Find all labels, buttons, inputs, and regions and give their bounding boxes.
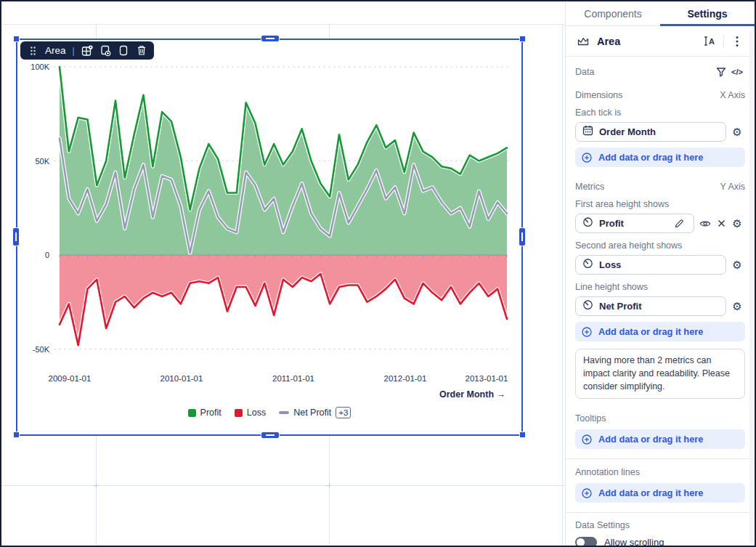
legend-item[interactable]: Loss (235, 408, 266, 418)
svg-text:0: 0 (45, 251, 49, 259)
panel-scrollbar[interactable] (749, 31, 754, 543)
gear-icon[interactable]: ⚙ (729, 299, 745, 315)
duplicate-icon[interactable] (99, 45, 111, 57)
metric-field-row: Loss ⚙ (575, 255, 745, 275)
svg-text:2010-01-01: 2010-01-01 (160, 374, 203, 383)
data-settings-label: Data Settings (575, 520, 745, 530)
metric-field-value: Loss (599, 259, 719, 270)
section-divider (566, 458, 755, 459)
settings-panel: Components Settings Area A (565, 1, 755, 546)
legend-label: Net Profit (293, 408, 331, 418)
legend-overflow-badge[interactable]: +3 (336, 407, 351, 418)
resize-handle-top-right[interactable] (519, 36, 526, 42)
add-metric-button[interactable]: Add data or drag it here (575, 322, 745, 341)
loss-field[interactable]: Loss (575, 255, 726, 275)
allow-scrolling-label: Allow scrolling (604, 537, 664, 547)
legend-label: Loss (247, 408, 266, 418)
gear-icon[interactable]: ⚙ (729, 124, 745, 140)
plus-circle-icon (582, 327, 592, 337)
section-divider (566, 512, 755, 513)
svg-text:-50K: -50K (33, 345, 50, 354)
tooltips-label: Tooltips (575, 413, 745, 424)
dimension-field-row: Order Month ⚙ (575, 122, 745, 142)
kebab-menu-icon[interactable] (729, 33, 745, 49)
chart-legend: ProfitLossNet Profit+3 (17, 407, 521, 418)
canvas-grid-intersection (327, 483, 332, 488)
resize-handle-top-left[interactable] (13, 36, 20, 42)
area-chart-type-icon (575, 33, 591, 49)
each-tick-label: Each tick is (575, 108, 745, 118)
tab-settings[interactable]: Settings (660, 1, 755, 25)
copy-icon[interactable] (118, 45, 129, 57)
metrics-warning-note: Having more than 2 metrics can impact cl… (575, 349, 745, 399)
resize-handle-bottom-left[interactable] (13, 431, 20, 438)
svg-text:A: A (709, 37, 715, 46)
calendar-icon (582, 125, 593, 139)
tab-components[interactable]: Components (566, 1, 660, 25)
data-section-row: Data </> (575, 64, 745, 80)
canvas-grid-line (1, 24, 565, 25)
order-month-field[interactable]: Order Month (575, 122, 726, 142)
svg-text:2009-01-01: 2009-01-01 (49, 374, 92, 383)
header-divider (723, 36, 724, 47)
legend-item[interactable]: Net Profit (279, 408, 331, 418)
x-axis-title: Order Month → (439, 389, 505, 400)
y-axis-tag: Y Axis (720, 182, 745, 192)
add-annotation-button[interactable]: Add data or drag it here (575, 483, 745, 503)
allow-scrolling-toggle[interactable] (575, 537, 597, 547)
profit-field[interactable]: Profit (575, 214, 694, 233)
gauge-icon (582, 216, 593, 230)
metric-slot-label: Line height shows (575, 282, 745, 292)
plus-circle-icon (582, 153, 592, 163)
legend-swatch (188, 409, 196, 417)
metric-slot-label: First area height shows (575, 199, 745, 209)
metric-field-row: Profit (575, 214, 745, 233)
data-section-label: Data (575, 67, 713, 77)
metric-field-row: Net Profit ⚙ (575, 296, 745, 316)
panel-title: Area (597, 36, 702, 47)
metrics-header: Metrics Y Axis (575, 182, 745, 192)
legend-swatch (235, 409, 243, 417)
gear-icon[interactable]: ⚙ (729, 257, 745, 273)
resize-handle-bottom-right[interactable] (519, 431, 526, 438)
resize-handle-bottom[interactable] (261, 431, 280, 439)
svg-text:100K: 100K (31, 62, 49, 71)
resize-handle-left[interactable] (12, 227, 20, 246)
svg-text:2012-01-01: 2012-01-01 (384, 374, 427, 383)
panel-tabs: Components Settings (566, 1, 755, 26)
add-dimension-button[interactable]: Add data or drag it here (575, 147, 745, 167)
widget-grid-badge-icon[interactable] (81, 45, 93, 57)
code-icon[interactable]: </> (729, 64, 745, 80)
metric-field-value: Profit (599, 218, 665, 229)
visibility-eye-icon[interactable] (697, 216, 713, 232)
plus-circle-icon (582, 488, 592, 498)
rename-icon[interactable]: A (702, 33, 718, 49)
panel-header: Area A (566, 26, 755, 57)
toolbar-separator: | (73, 46, 75, 56)
dimensions-label: Dimensions (575, 90, 720, 100)
gauge-icon (582, 299, 593, 313)
plus-circle-icon (582, 434, 592, 445)
app-window: 100K50K0-50K2009-01-012010-01-012011-01-… (0, 0, 756, 547)
remove-x-icon[interactable] (713, 216, 729, 232)
add-tooltip-button[interactable]: Add data or drag it here (575, 429, 745, 449)
filter-icon[interactable] (713, 64, 729, 80)
drag-handle-icon[interactable] (27, 45, 38, 57)
delete-icon[interactable] (136, 45, 147, 57)
resize-handle-right[interactable] (519, 227, 526, 246)
metrics-label: Metrics (575, 182, 720, 192)
resize-handle-top[interactable] (261, 35, 280, 42)
gear-icon[interactable]: ⚙ (729, 216, 745, 232)
metric-slot-label: Second area height shows (575, 240, 745, 251)
legend-item[interactable]: Profit (188, 408, 221, 418)
area-chart[interactable]: 100K50K0-50K2009-01-012010-01-012011-01-… (17, 40, 521, 434)
allow-scrolling-row: Allow scrolling (575, 537, 745, 547)
metric-field-value: Net Profit (599, 301, 719, 312)
edit-pencil-icon[interactable] (671, 216, 687, 232)
canvas-grid-intersection (94, 483, 99, 488)
gauge-icon (582, 258, 593, 272)
dashboard-canvas[interactable]: 100K50K0-50K2009-01-012010-01-012011-01-… (1, 1, 565, 546)
canvas-grid-line (1, 485, 565, 486)
net-profit-field[interactable]: Net Profit (575, 296, 726, 316)
area-chart-widget[interactable]: 100K50K0-50K2009-01-012010-01-012011-01-… (17, 40, 521, 434)
